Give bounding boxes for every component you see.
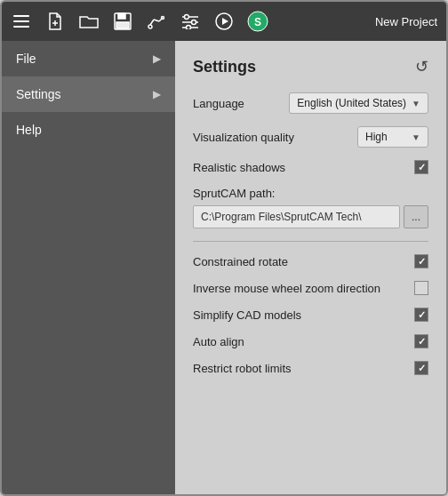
inverse-mouse-wheel-row: Inverse mouse wheel zoom direction (193, 281, 428, 295)
svg-text:S: S (254, 16, 261, 28)
settings-title: Settings (193, 58, 256, 76)
svg-rect-0 (13, 15, 29, 17)
menu-item-help-label: Help (16, 123, 42, 137)
language-dropdown[interactable]: English (United States) ▼ (289, 92, 428, 114)
svg-rect-7 (116, 22, 129, 28)
reset-button[interactable]: ↺ (415, 57, 428, 76)
constrained-rotate-row: Constrained rotate (193, 254, 428, 268)
restrict-robot-limits-row: Restrict robot limits (193, 361, 428, 375)
visualization-quality-dropdown[interactable]: High ▼ (357, 126, 428, 148)
auto-align-checkbox[interactable] (414, 334, 428, 348)
simplify-cad-checkbox[interactable] (414, 308, 428, 322)
hamburger-icon[interactable] (11, 11, 32, 32)
play-icon[interactable] (213, 11, 235, 32)
folder-icon[interactable] (78, 11, 100, 32)
path-input-row: ... (193, 205, 428, 228)
window-title: New Project (375, 15, 437, 28)
auto-align-label: Auto align (193, 335, 244, 348)
visualization-quality-arrow: ▼ (412, 132, 420, 142)
visualization-quality-label: Visualization quality (193, 131, 294, 144)
svg-point-20 (187, 26, 191, 30)
constrained-rotate-label: Constrained rotate (193, 255, 288, 268)
realistic-shadows-label: Realistic shadows (193, 161, 285, 174)
language-label: Language (193, 97, 244, 110)
settings-panel: Settings ↺ Language English (United Stat… (175, 41, 446, 494)
menu-item-file-arrow: ▶ (153, 52, 161, 65)
section-divider (193, 241, 428, 242)
svg-marker-22 (222, 18, 228, 25)
menu-panel: File ▶ Settings ▶ Help (2, 41, 175, 494)
menu-item-file-label: File (16, 52, 36, 66)
sprutcam-path-label: SprutCAM path: (193, 187, 428, 200)
restrict-robot-limits-checkbox[interactable] (414, 361, 428, 375)
inverse-mouse-wheel-label: Inverse mouse wheel zoom direction (193, 282, 380, 295)
app-window: S New Project File ▶ Settings ▶ Help Set… (0, 0, 448, 496)
realistic-shadows-checkbox[interactable] (414, 160, 428, 174)
menu-item-settings-arrow: ▶ (153, 88, 161, 100)
svg-line-12 (154, 20, 159, 21)
svg-point-10 (148, 25, 152, 28)
simplify-cad-label: Simplify CAD models (193, 308, 301, 322)
new-file-icon[interactable] (44, 11, 66, 32)
svg-rect-6 (118, 13, 125, 19)
inverse-mouse-wheel-checkbox[interactable] (414, 281, 428, 295)
language-row: Language English (United States) ▼ (193, 92, 428, 114)
restrict-robot-limits-label: Restrict robot limits (193, 362, 292, 375)
save-icon[interactable] (112, 11, 133, 32)
menu-item-help[interactable]: Help (2, 112, 175, 148)
robot-arm-icon[interactable] (146, 11, 167, 32)
sliders-icon[interactable] (180, 11, 201, 32)
toolbar: S New Project (2, 2, 446, 41)
main-content: File ▶ Settings ▶ Help Settings ↺ Langua… (2, 41, 446, 494)
path-browse-button[interactable]: ... (404, 205, 428, 228)
language-value: English (United States) (297, 97, 406, 109)
menu-item-file[interactable]: File ▶ (2, 41, 175, 76)
sprutcam-path-section: SprutCAM path: ... (193, 187, 428, 228)
visualization-quality-row: Visualization quality High ▼ (193, 126, 428, 148)
settings-header: Settings ↺ (193, 57, 428, 76)
menu-item-settings[interactable]: Settings ▶ (2, 76, 175, 112)
svg-point-18 (192, 20, 196, 25)
simplify-cad-row: Simplify CAD models (193, 308, 428, 322)
sprutcam-path-input[interactable] (193, 205, 400, 228)
brand-logo-icon: S (247, 11, 268, 32)
realistic-shadows-row: Realistic shadows (193, 160, 428, 174)
svg-rect-1 (13, 20, 29, 22)
svg-point-16 (185, 15, 189, 20)
visualization-quality-value: High (365, 131, 388, 143)
auto-align-row: Auto align (193, 334, 428, 348)
constrained-rotate-checkbox[interactable] (414, 254, 428, 268)
menu-item-settings-label: Settings (16, 87, 61, 101)
language-dropdown-arrow: ▼ (412, 99, 420, 108)
svg-rect-2 (13, 26, 29, 28)
svg-line-11 (150, 20, 154, 25)
